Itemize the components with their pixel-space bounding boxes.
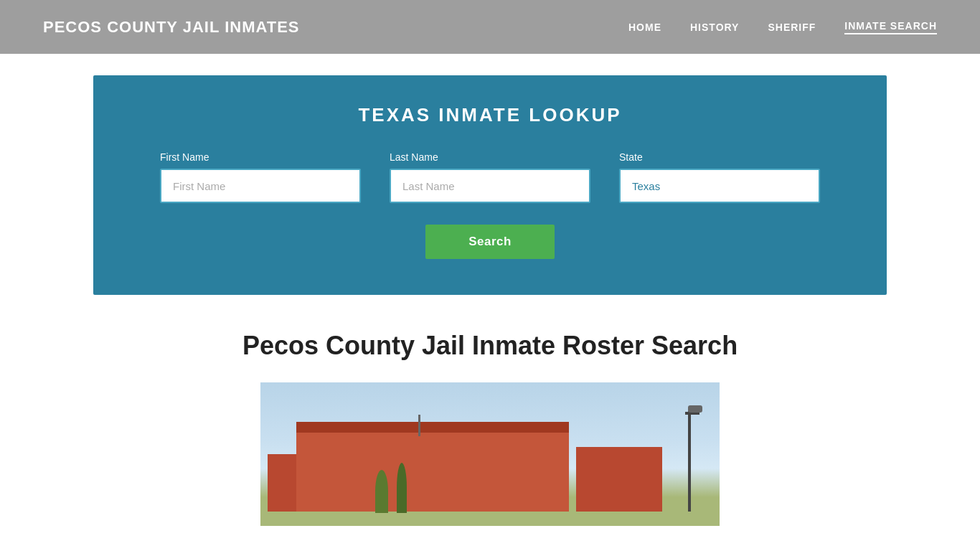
first-name-label: First Name <box>160 151 361 163</box>
light-pole <box>688 411 691 512</box>
nav-inmate-search[interactable]: INMATE SEARCH <box>844 20 937 34</box>
building-main <box>296 433 569 512</box>
nav-history[interactable]: HISTORY <box>690 22 739 33</box>
lookup-title: TEXAS INMATE LOOKUP <box>136 104 844 126</box>
first-name-group: First Name <box>160 151 361 203</box>
light-head <box>688 405 702 413</box>
antenna <box>418 415 420 436</box>
state-input[interactable] <box>619 169 820 203</box>
search-button-row: Search <box>136 225 844 259</box>
building-roof <box>296 422 569 433</box>
sub-header-strip <box>0 54 980 75</box>
first-name-input[interactable] <box>160 169 361 203</box>
tree-2 <box>397 463 407 513</box>
search-button[interactable]: Search <box>425 225 555 259</box>
building-image <box>260 382 720 526</box>
nav-home[interactable]: HOME <box>628 22 661 33</box>
last-name-group: Last Name <box>390 151 590 203</box>
inmate-lookup-section: TEXAS INMATE LOOKUP First Name Last Name… <box>93 75 887 295</box>
search-fields-row: First Name Last Name State <box>136 151 844 203</box>
nav-sheriff[interactable]: SHERIFF <box>768 22 816 33</box>
state-label: State <box>619 151 820 163</box>
building-wing-right <box>576 447 662 512</box>
main-nav: HOME HISTORY SHERIFF INMATE SEARCH <box>628 20 937 34</box>
page-heading: Pecos County Jail Inmate Roster Search <box>43 331 937 361</box>
site-title: PECOS COUNTY JAIL INMATES <box>43 18 300 37</box>
tree-1 <box>375 470 388 513</box>
last-name-input[interactable] <box>390 169 590 203</box>
last-name-label: Last Name <box>390 151 590 163</box>
state-group: State <box>619 151 820 203</box>
site-header: PECOS COUNTY JAIL INMATES HOME HISTORY S… <box>0 0 980 54</box>
main-content: Pecos County Jail Inmate Roster Search <box>0 295 980 526</box>
building-scene <box>260 382 720 526</box>
